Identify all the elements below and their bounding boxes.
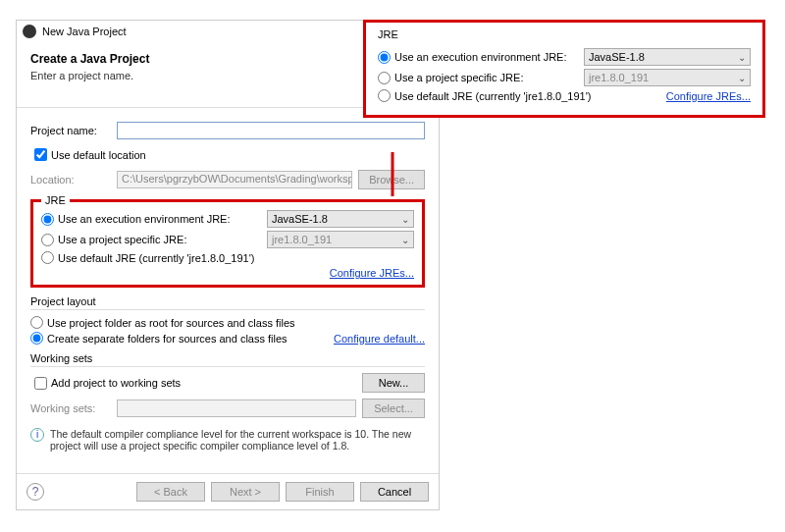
project-name-label: Project name: [30, 125, 117, 136]
help-icon[interactable]: ? [26, 483, 44, 501]
use-default-location-checkbox[interactable] [34, 148, 47, 161]
jre-default-radio[interactable] [41, 251, 54, 264]
location-path: C:\Users\pgrzybOW\Documents\Grading\work… [117, 171, 352, 188]
working-sets-select [117, 399, 356, 417]
project-name-input[interactable] [117, 122, 425, 139]
jre-project-specific-radio[interactable] [41, 234, 54, 246]
working-sets-list-label: Working sets: [30, 402, 117, 414]
project-layout-title: Project layout [30, 295, 425, 307]
next-button[interactable]: Next > [211, 482, 280, 502]
working-sets-title: Working sets [30, 352, 425, 364]
working-sets-select-button[interactable]: Select... [362, 399, 425, 418]
location-label: Location: [30, 174, 117, 186]
callout-jre-project-specific-radio[interactable] [378, 72, 391, 84]
app-icon [23, 25, 36, 38]
callout-jre-default-radio[interactable] [378, 89, 391, 102]
browse-button[interactable]: Browse... [358, 170, 425, 189]
jre-callout-title: JRE [378, 28, 751, 40]
back-button[interactable]: < Back [136, 482, 205, 502]
add-to-working-sets-label: Add project to working sets [51, 377, 362, 389]
jre-project-specific-select[interactable]: jre1.8.0_191 ⌄ [267, 231, 414, 248]
window-title: New Java Project [42, 26, 127, 37]
callout-jre-exec-env-label: Use an execution environment JRE: [394, 51, 584, 63]
finish-button[interactable]: Finish [286, 482, 354, 502]
layout-separate-folders-label: Create separate folders for sources and … [47, 333, 334, 345]
jre-exec-env-label: Use an execution environment JRE: [58, 213, 267, 225]
wizard-button-bar: ? < Back Next > Finish Cancel [17, 473, 439, 509]
chevron-down-icon: ⌄ [738, 73, 746, 83]
layout-single-folder-label: Use project folder as root for sources a… [47, 317, 425, 329]
compliance-info-text: The default compiler compliance level fo… [50, 428, 425, 452]
callout-jre-project-specific-label: Use a project specific JRE: [394, 72, 584, 83]
cancel-button[interactable]: Cancel [360, 482, 429, 502]
working-sets-new-button[interactable]: New... [362, 373, 425, 393]
jre-exec-env-select[interactable]: JavaSE-1.8 ⌄ [267, 210, 414, 228]
callout-jre-exec-env-radio[interactable] [378, 51, 391, 64]
configure-jres-link[interactable]: Configure JREs... [330, 267, 414, 279]
jre-group: JRE Use an execution environment JRE: Ja… [30, 199, 425, 288]
callout-configure-jres-link[interactable]: Configure JREs... [666, 90, 751, 102]
jre-group-title: JRE [41, 194, 70, 206]
callout-jre-exec-env-select[interactable]: JavaSE-1.8 ⌄ [584, 48, 751, 66]
jre-default-label: Use default JRE (currently 'jre1.8.0_191… [58, 252, 414, 264]
layout-separate-folders-radio[interactable] [30, 332, 43, 345]
jre-exec-env-radio[interactable] [41, 213, 54, 226]
callout-jre-default-label: Use default JRE (currently 'jre1.8.0_191… [394, 90, 666, 102]
compliance-info: i The default compiler compliance level … [30, 428, 425, 452]
chevron-down-icon: ⌄ [401, 214, 409, 225]
chevron-down-icon: ⌄ [738, 52, 746, 63]
info-icon: i [30, 428, 44, 442]
chevron-down-icon: ⌄ [401, 235, 409, 245]
jre-callout: JRE Use an execution environment JRE: Ja… [363, 20, 765, 118]
layout-single-folder-radio[interactable] [30, 316, 43, 329]
add-to-working-sets-checkbox[interactable] [34, 377, 47, 390]
configure-layout-link[interactable]: Configure default... [334, 333, 425, 345]
callout-jre-project-specific-select[interactable]: jre1.8.0_191 ⌄ [584, 69, 751, 86]
use-default-location-label: Use default location [51, 149, 146, 161]
jre-project-specific-label: Use a project specific JRE: [58, 234, 267, 245]
